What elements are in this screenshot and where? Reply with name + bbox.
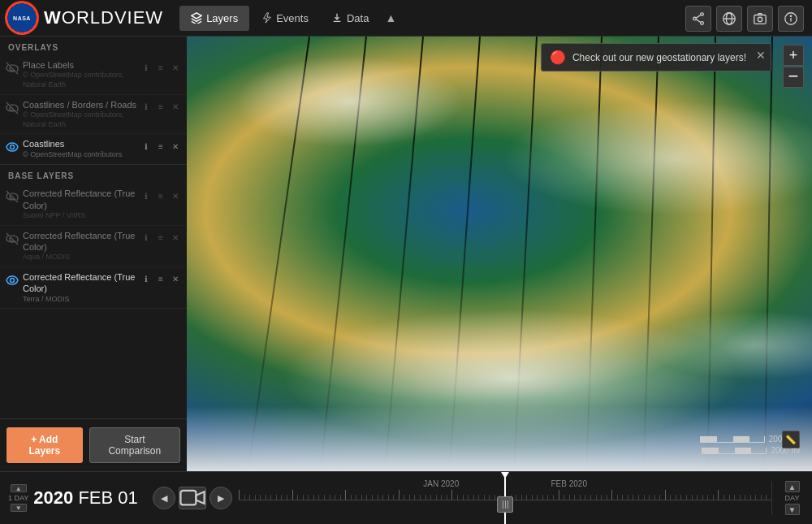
layer-menu-btn-2[interactable]: ≡ — [154, 101, 167, 114]
layer-remove-btn[interactable]: ✕ — [169, 61, 182, 74]
layer-eye-terra[interactable] — [5, 273, 19, 288]
day-nav-down[interactable]: ▼ — [785, 504, 800, 515]
date-month-day: FEB 01 — [73, 487, 137, 508]
layer-remove-btn-5[interactable]: ✕ — [169, 232, 182, 245]
layer-info-btn-4[interactable]: ℹ — [140, 189, 153, 202]
prev-frame-button[interactable]: ◀ — [153, 487, 175, 509]
step-up-button[interactable]: ▲ — [11, 484, 27, 492]
share-icon — [691, 11, 706, 26]
layer-eye-aqua[interactable] — [5, 232, 19, 246]
handle-grip — [503, 500, 508, 509]
eye-off-icon-2 — [6, 102, 19, 115]
layer-sub1: Suomi NPP / VIIRS — [23, 211, 136, 221]
globe-button[interactable] — [716, 6, 742, 32]
layer-eye-suomi[interactable] — [5, 189, 19, 204]
layer-menu-btn-3[interactable]: ≡ — [154, 140, 167, 153]
snapshot-button[interactable] — [747, 6, 773, 32]
notification-close-button[interactable]: ✕ — [756, 49, 766, 62]
tab-data[interactable]: Data — [320, 6, 380, 31]
base-layers-label: BASE LAYERS — [0, 165, 187, 184]
timeline-cursor[interactable] — [504, 472, 506, 525]
nasa-logo — [5, 1, 39, 35]
layer-menu-btn-4[interactable]: ≡ — [154, 189, 167, 202]
date-text: 2020 FEB 01 — [33, 487, 137, 509]
add-layers-button[interactable]: + Add Layers — [6, 427, 83, 463]
cursor-handle[interactable] — [497, 496, 513, 513]
svg-rect-19 — [180, 491, 196, 505]
layer-eye-coastlines-borders[interactable] — [5, 101, 19, 115]
start-comparison-button[interactable]: Start Comparison — [89, 427, 180, 463]
title-bold: W — [44, 7, 62, 28]
layer-info-btn-3[interactable]: ℹ — [140, 140, 153, 153]
svg-point-2 — [693, 17, 697, 20]
record-animation-button[interactable] — [179, 487, 206, 509]
svg-line-17 — [6, 233, 18, 245]
layer-aqua-modis: Corrected Reflectance (True Color) Aqua … — [0, 226, 187, 267]
zoom-out-button[interactable]: − — [783, 67, 804, 88]
layer-actions: ℹ ≡ ✕ — [140, 61, 182, 74]
layer-eye-place-labels[interactable] — [5, 61, 19, 76]
notification-banner: 🔴 Check out our new geostationary layers… — [541, 43, 771, 71]
layer-menu-btn[interactable]: ≡ — [154, 61, 167, 74]
layer-name: Place Labels — [23, 59, 136, 71]
date-display: ▲ 1 DAY ▼ 2020 FEB 01 — [0, 484, 146, 512]
layer-remove-btn-6[interactable]: ✕ — [169, 273, 182, 286]
next-frame-button[interactable]: ▶ — [209, 487, 232, 509]
swath-line-2 — [320, 37, 367, 469]
eye-off-icon — [6, 62, 19, 75]
layer-suomi-npp: Corrected Reflectance (True Color) Suomi… — [0, 184, 187, 225]
timeline-track[interactable]: JAN 2020 FEB 2020 — [239, 472, 771, 525]
tab-events[interactable]: Events — [249, 6, 320, 31]
svg-line-14 — [6, 102, 18, 114]
day-nav-up[interactable]: ▲ — [785, 481, 800, 492]
layer-name: Coastlines / Borders / Roads — [23, 99, 136, 110]
layer-name: Corrected Reflectance (True Color) — [23, 188, 136, 211]
zoom-in-button[interactable]: + — [783, 45, 804, 66]
layer-info-coastlines-borders: Coastlines / Borders / Roads © OpenStree… — [23, 99, 136, 130]
svg-line-4 — [696, 15, 700, 19]
layer-sub2: Natural Earth — [23, 120, 136, 130]
ruler-button[interactable]: 📏 — [782, 431, 800, 448]
app-title: WORLDVIEW — [44, 7, 163, 28]
layer-actions-4: ℹ ≡ ✕ — [140, 189, 182, 202]
layer-menu-btn-6[interactable]: ≡ — [154, 273, 167, 286]
layer-name: Coastlines — [23, 138, 136, 149]
tab-layers[interactable]: Layers — [179, 6, 249, 31]
layer-info-aqua: Corrected Reflectance (True Color) Aqua … — [23, 230, 136, 262]
header: WORLDVIEW Layers Events Data ▲ — [0, 0, 812, 37]
video-icon — [179, 488, 205, 507]
layer-sub1: © OpenStreetMap contributors — [23, 150, 136, 160]
step-down-button[interactable]: ▼ — [11, 504, 27, 512]
layer-remove-btn-2[interactable]: ✕ — [169, 101, 182, 114]
share-button[interactable] — [685, 6, 711, 32]
globe-icon — [722, 11, 736, 26]
svg-line-3 — [696, 19, 700, 23]
layer-info-btn-5[interactable]: ℹ — [140, 232, 153, 245]
layer-menu-btn-5[interactable]: ≡ — [154, 232, 167, 245]
collapse-panel-arrow[interactable]: ▲ — [385, 11, 396, 24]
layer-info-btn-6[interactable]: ℹ — [140, 273, 153, 286]
title-rest: ORLDVIEW — [62, 7, 163, 28]
layer-remove-btn-4[interactable]: ✕ — [169, 189, 182, 202]
right-day-text: DAY — [785, 494, 800, 502]
info-button[interactable] — [778, 6, 804, 32]
layer-actions-5: ℹ ≡ ✕ — [140, 232, 182, 245]
layer-eye-coastlines[interactable] — [5, 140, 19, 154]
download-icon — [331, 12, 343, 24]
svg-point-0 — [701, 13, 704, 16]
tab-events-label: Events — [276, 12, 309, 24]
layer-info-btn[interactable]: ℹ — [140, 61, 153, 74]
scale-line-mi — [702, 448, 767, 454]
info-icon — [784, 11, 798, 26]
svg-point-12 — [790, 15, 791, 16]
layer-sub2: Natural Earth — [23, 80, 136, 90]
top-nav: Layers Events Data ▲ — [179, 6, 396, 31]
camera-icon — [753, 11, 767, 26]
svg-point-15 — [11, 145, 15, 149]
layer-info-btn-2[interactable]: ℹ — [140, 101, 153, 114]
sidebar: OVERLAYS Place Labels © OpenStreetMap co… — [0, 37, 187, 471]
svg-point-18 — [11, 278, 15, 282]
map-area[interactable]: 🔴 Check out our new geostationary layers… — [187, 37, 812, 471]
layer-remove-btn-3[interactable]: ✕ — [169, 140, 182, 153]
layer-buttons: + Add Layers Start Comparison — [0, 418, 187, 471]
